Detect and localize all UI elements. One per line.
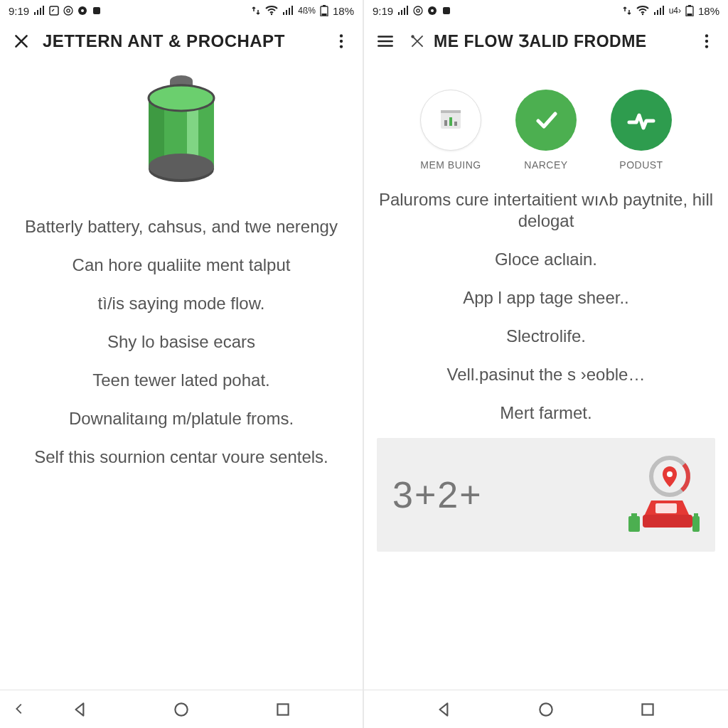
car-location-illustration [600, 451, 700, 539]
svg-rect-42 [454, 122, 457, 126]
content-line: App l app tage sheer.. [463, 287, 629, 309]
status-icon-box [49, 6, 59, 16]
overflow-menu-button[interactable] [691, 26, 722, 57]
phone-left: 9:19 [0, 0, 364, 728]
close-button[interactable] [6, 26, 37, 57]
content-line: tì/is saying mode flow. [98, 293, 265, 314]
svg-point-29 [431, 9, 434, 12]
status-icon-circle [427, 6, 437, 16]
status-net: 4ß% [298, 6, 316, 16]
svg-rect-9 [321, 14, 326, 16]
nav-home-button[interactable] [525, 695, 567, 724]
equation-text: 3+2+ [392, 473, 483, 516]
content-line: Vell.pasinut the s ›eoble… [447, 364, 646, 385]
page-title: ME FLOW ƷALID FRODME [434, 32, 685, 51]
svg-point-12 [340, 45, 343, 48]
pulse-icon [611, 90, 672, 151]
svg-point-11 [340, 40, 343, 43]
svg-point-31 [641, 14, 643, 15]
content-line: Batterly battery, cahsus, and twe nereng… [25, 216, 338, 237]
svg-rect-40 [444, 120, 447, 126]
app-bar: ME FLOW ƷALID FRODME [364, 21, 728, 61]
battery-illustration [132, 68, 231, 192]
tile-row: MEM BUING NARCEY PODUST [420, 90, 672, 171]
system-nav-bar [364, 690, 728, 728]
svg-point-26 [414, 6, 422, 15]
nav-recent-button[interactable] [626, 695, 669, 724]
content-area: MEM BUING NARCEY PODUST Paluroms cure in… [364, 61, 728, 690]
wifi-icon [265, 6, 278, 16]
content-line: Slectrolife. [506, 326, 586, 347]
svg-rect-41 [449, 117, 452, 126]
battery-icon [685, 5, 694, 16]
signal-icon-2 [282, 6, 294, 16]
signal-icon [397, 6, 409, 16]
content-line: Can hore qualiite ment talput [73, 255, 291, 276]
menu-button[interactable] [370, 26, 401, 57]
svg-rect-52 [694, 513, 698, 518]
status-bar: 9:19 [0, 0, 363, 21]
svg-point-24 [175, 703, 187, 715]
svg-rect-5 [93, 7, 100, 14]
status-icon-square [92, 6, 102, 16]
content-line: Teen tewer lated pohat. [92, 370, 270, 391]
svg-point-23 [149, 154, 214, 179]
svg-rect-30 [443, 7, 450, 14]
data-icon [251, 6, 261, 16]
svg-point-37 [705, 40, 708, 43]
system-nav-bar [0, 690, 363, 728]
svg-rect-0 [50, 6, 58, 15]
svg-point-10 [340, 34, 343, 37]
content-line: Gloce aclιain. [495, 249, 597, 270]
content-area: Batterly battery, cahsus, and twe nereng… [0, 61, 363, 690]
tile-podust[interactable]: PODUST [611, 90, 672, 171]
svg-point-6 [271, 14, 272, 15]
content-line: Downalitaıng m/platule froms. [69, 408, 294, 429]
svg-point-2 [67, 9, 70, 12]
status-time: 9:19 [373, 5, 393, 17]
bottom-card[interactable]: 3+2+ [377, 438, 715, 552]
tile-label: MEM BUING [420, 159, 481, 171]
svg-point-4 [81, 9, 84, 12]
tile-mem-buing[interactable]: MEM BUING [420, 90, 481, 171]
svg-point-35 [411, 35, 414, 38]
status-icon-at [63, 6, 73, 16]
tile-label: NARCEY [524, 159, 567, 171]
status-icon-square [441, 6, 451, 16]
signal-icon-2 [653, 6, 665, 16]
status-icon-at [413, 6, 423, 16]
status-bar: 9:19 [364, 0, 728, 21]
nav-recent-button[interactable] [262, 695, 304, 724]
status-battery: 18% [333, 5, 354, 17]
app-bar: JETTERN ANT & PROCHAPT [0, 21, 363, 61]
svg-rect-25 [277, 704, 288, 714]
svg-point-36 [705, 34, 708, 37]
status-icon-circle [77, 6, 87, 16]
extra-chevron-left-icon[interactable] [11, 701, 27, 719]
signal-icon [33, 6, 45, 16]
svg-point-27 [417, 9, 419, 12]
data-icon [622, 6, 632, 16]
svg-rect-51 [692, 516, 700, 532]
svg-rect-43 [441, 110, 461, 113]
status-net: u4› [669, 6, 681, 16]
nav-back-button[interactable] [423, 695, 466, 724]
svg-rect-49 [628, 516, 640, 532]
svg-point-1 [64, 6, 73, 15]
status-time: 9:19 [9, 5, 29, 17]
tile-label: PODUST [619, 159, 663, 171]
svg-rect-34 [687, 14, 692, 16]
nav-home-button[interactable] [160, 695, 203, 724]
content-line: Mert farmet. [500, 402, 592, 424]
content-line: Shy lo basise ecars [107, 331, 255, 353]
overflow-menu-button[interactable] [326, 26, 357, 57]
svg-rect-47 [643, 515, 692, 528]
svg-point-53 [540, 703, 552, 715]
svg-rect-54 [642, 704, 653, 714]
tile-narcey[interactable]: NARCEY [515, 90, 577, 171]
page-title: JETTERN ANT & PROCHAPT [43, 31, 320, 51]
svg-rect-48 [655, 503, 677, 513]
content-line: Paluroms cure intertaitient wıʌb paytnit… [377, 189, 715, 232]
tools-icon [407, 26, 428, 57]
nav-back-button[interactable] [59, 695, 102, 724]
